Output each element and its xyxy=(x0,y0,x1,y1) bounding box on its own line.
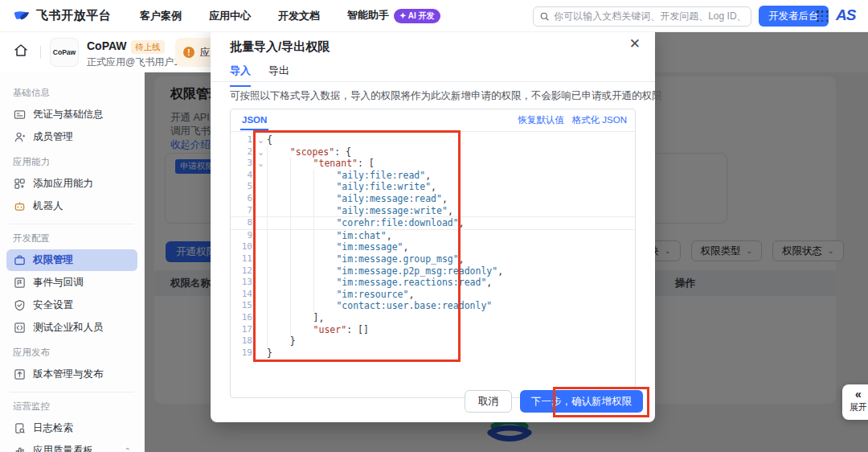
modal-tabs: 导入 导出 xyxy=(230,64,289,87)
sidebar-item-add-capability[interactable]: 添加应用能力 xyxy=(6,173,137,195)
sidebar-item-bot[interactable]: 机器人 xyxy=(6,195,137,217)
code-line[interactable]: 2⌄"scopes": { xyxy=(231,146,635,158)
apps-grid-icon[interactable] xyxy=(817,10,829,23)
indent-guide xyxy=(267,289,290,301)
close-icon[interactable]: ✕ xyxy=(629,37,641,51)
home-icon[interactable] xyxy=(13,43,32,62)
indent-guide xyxy=(290,324,313,336)
indent-guide xyxy=(267,158,290,170)
sidebar-item-members[interactable]: 成员管理 xyxy=(6,126,137,148)
sidebar-item-events[interactable]: 事件与回调 xyxy=(6,272,137,294)
person-icon xyxy=(13,131,26,144)
restore-default-link[interactable]: 恢复默认值 xyxy=(518,114,564,126)
tab-export[interactable]: 导出 xyxy=(268,64,289,87)
code-line[interactable]: 4"aily:file:read", xyxy=(231,170,635,182)
indent-guide xyxy=(313,230,337,242)
sidebar-section-capabilities: 应用能力 xyxy=(13,156,131,168)
code-line[interactable]: 16], xyxy=(231,312,635,324)
sidebar-item-security[interactable]: 安全设置 xyxy=(6,294,137,316)
indent-guide xyxy=(313,241,337,253)
top-navbar: 飞书开放平台 客户案例 应用中心 开发文档 智能助手✦ AI 开发 你可以输入文… xyxy=(0,0,868,32)
modal-title: 批量导入/导出权限 xyxy=(230,39,330,55)
nav-item-cases[interactable]: 客户案例 xyxy=(140,9,182,23)
code-line[interactable]: 13"im:message.reactions:read", xyxy=(231,277,635,289)
editor-tab-json[interactable]: JSON xyxy=(240,110,268,130)
sidebar-item-version-release[interactable]: 版本管理与发布 xyxy=(6,364,137,385)
avatar[interactable]: AS xyxy=(836,6,855,24)
code-line[interactable]: 7"aily:message:write", xyxy=(231,205,635,217)
fold-gutter xyxy=(255,181,267,193)
code-line[interactable]: 12"im:message.p2p_msg:readonly", xyxy=(231,265,635,277)
code-line[interactable]: 3⌄"tenant": [ xyxy=(231,158,635,170)
sidebar: 基础信息 凭证与基础信息 成员管理 应用能力 添加应用能力 机器人 开发配置 权… xyxy=(0,72,145,452)
fold-chevron-icon[interactable]: ⌄ xyxy=(255,134,267,146)
tab-import[interactable]: 导入 xyxy=(230,64,251,87)
fold-gutter xyxy=(255,347,267,360)
line-number: 2 xyxy=(231,146,255,158)
code-line[interactable]: 15"contact:user.base:readonly" xyxy=(231,300,635,312)
sidebar-section-release: 应用发布 xyxy=(13,347,131,359)
code-token: , xyxy=(459,253,465,265)
app-logo-text: CoPaw xyxy=(53,48,76,56)
indent-guide xyxy=(290,217,313,229)
indent-guide xyxy=(290,312,313,324)
code-token: "aily:file:read" xyxy=(336,170,425,182)
line-number: 9 xyxy=(231,230,255,242)
sidebar-section-monitoring: 运营监控 xyxy=(13,401,131,413)
code-line[interactable]: 11"im:message.group_msg", xyxy=(231,253,635,265)
sidebar-item-quality-board[interactable]: 应用质量看板 ⌃ xyxy=(6,440,137,452)
brand-logo[interactable]: 飞书开放平台 xyxy=(13,8,111,24)
code-line[interactable]: 1⌄{ xyxy=(231,134,635,146)
grid-plus-icon xyxy=(13,178,26,191)
code-line[interactable]: 19} xyxy=(231,347,635,360)
code-token: : [ xyxy=(358,158,375,170)
fold-chevron-icon[interactable]: ⌄ xyxy=(255,158,267,170)
code-token: "im:message" xyxy=(336,241,403,253)
nav-item-assistant[interactable]: 智能助手✦ AI 开发 xyxy=(347,8,440,23)
code-line[interactable]: 6"aily:message:read", xyxy=(231,193,635,205)
indent-guide xyxy=(267,230,290,242)
sidebar-item-label: 凭证与基础信息 xyxy=(33,108,104,121)
chevron-up-icon[interactable]: ⌃ xyxy=(125,446,131,452)
sidebar-item-credentials[interactable]: 凭证与基础信息 xyxy=(6,104,137,125)
sidebar-item-test-org[interactable]: 测试企业和人员 xyxy=(6,317,137,339)
shield-check-icon xyxy=(13,299,26,312)
cancel-button[interactable]: 取消 xyxy=(465,390,512,413)
line-number: 17 xyxy=(231,324,255,336)
search-input[interactable]: 你可以输入文档关键词、开发问题、Log ID、错误码 xyxy=(533,6,751,27)
indent-guide xyxy=(313,277,337,289)
sidebar-item-label: 成员管理 xyxy=(33,130,73,144)
format-json-link[interactable]: 格式化 JSON xyxy=(572,114,627,126)
bar-chart-icon xyxy=(13,445,26,452)
code-line[interactable]: 5"aily:file:write", xyxy=(231,181,635,193)
publish-icon xyxy=(13,368,26,381)
code-line[interactable]: 14"im:resource", xyxy=(231,289,635,301)
nav-item-docs[interactable]: 开发文档 xyxy=(278,9,320,23)
code-line[interactable]: 17"user": [] xyxy=(231,324,635,336)
id-card-icon xyxy=(13,109,26,121)
nav-item-appcenter[interactable]: 应用中心 xyxy=(209,9,251,23)
confirm-next-button[interactable]: 下一步，确认新增权限 xyxy=(520,390,643,413)
code-token: "scopes" xyxy=(290,146,334,158)
code-line[interactable]: 8"corehr:file:download", xyxy=(231,216,635,230)
event-callback-icon xyxy=(13,277,26,290)
divider xyxy=(10,224,134,224)
code-line[interactable]: 9"im:chat", xyxy=(231,230,635,242)
code-token: , xyxy=(431,181,436,193)
indent-guide xyxy=(313,170,337,182)
log-search-icon xyxy=(13,422,26,435)
code-line[interactable]: 18} xyxy=(231,335,635,347)
fold-chevron-icon[interactable]: ⌄ xyxy=(255,146,267,158)
expand-panel-button[interactable]: « 展开 xyxy=(842,384,868,420)
code-lines[interactable]: 1⌄{2⌄"scopes": {3⌄"tenant": [4"aily:file… xyxy=(231,134,635,372)
briefcase-icon xyxy=(13,254,26,267)
indent-guide xyxy=(313,205,337,217)
sidebar-item-logs[interactable]: 日志检索 xyxy=(6,417,137,439)
code-line[interactable]: 10"im:message", xyxy=(231,241,635,253)
sidebar-item-permissions[interactable]: 权限管理 xyxy=(6,249,137,271)
sidebar-item-label: 日志检索 xyxy=(33,421,73,435)
fold-gutter xyxy=(255,277,267,289)
indent-guide xyxy=(290,158,313,170)
indent-guide xyxy=(290,181,313,193)
app-logo: CoPaw xyxy=(50,38,79,67)
